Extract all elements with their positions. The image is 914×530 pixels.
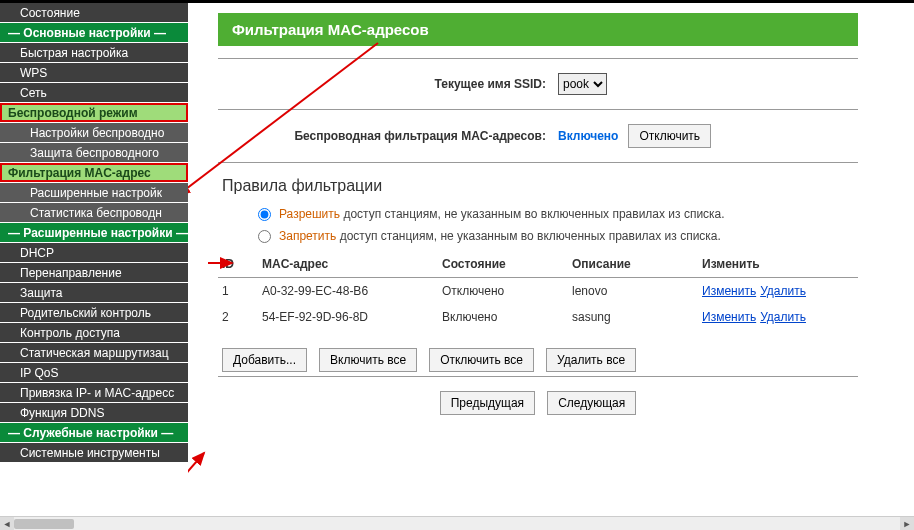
prev-page-button[interactable]: Предыдущая — [440, 391, 535, 415]
sidebar-item-6[interactable]: Настройки беспроводно — [0, 123, 188, 143]
sidebar-item-0[interactable]: Состояние — [0, 3, 188, 23]
main-content: Фильтрация MAC-адресов Текущее имя SSID:… — [188, 3, 914, 530]
sidebar-item-19[interactable]: Привязка IP- и MAC-адресс — [0, 383, 188, 403]
delete-all-button[interactable]: Удалить все — [546, 348, 636, 372]
sidebar-item-13[interactable]: Перенаправление — [0, 263, 188, 283]
scroll-right-icon[interactable]: ► — [900, 517, 914, 530]
sidebar-item-2[interactable]: Быстрая настройка — [0, 43, 188, 63]
cell-desc: lenovo — [568, 278, 698, 305]
sidebar-item-3[interactable]: WPS — [0, 63, 188, 83]
sidebar-item-15[interactable]: Родительский контроль — [0, 303, 188, 323]
delete-link[interactable]: Удалить — [760, 310, 806, 324]
cell-mac: A0-32-99-EC-48-B6 — [258, 278, 438, 305]
page-title: Фильтрация MAC-адресов — [218, 13, 858, 46]
cell-id: 1 — [218, 278, 258, 305]
sidebar-item-4[interactable]: Сеть — [0, 83, 188, 103]
edit-link[interactable]: Изменить — [702, 284, 756, 298]
col-modify: Изменить — [698, 251, 858, 278]
sidebar-item-7[interactable]: Защита беспроводного — [0, 143, 188, 163]
sidebar-item-18[interactable]: IP QoS — [0, 363, 188, 383]
cell-mac: 54-EF-92-9D-96-8D — [258, 304, 438, 330]
sidebar-item-9[interactable]: Расширенные настройк — [0, 183, 188, 203]
sidebar-item-16[interactable]: Контроль доступа — [0, 323, 188, 343]
cell-state: Отключено — [438, 278, 568, 305]
next-page-button[interactable]: Следующая — [547, 391, 636, 415]
col-id: ID — [218, 251, 258, 278]
rule-allow[interactable]: Разрешить доступ станциям, не указанным … — [258, 207, 914, 221]
rules-heading: Правила фильтрации — [222, 177, 914, 195]
sidebar-item-20[interactable]: Функция DDNS — [0, 403, 188, 423]
scroll-thumb[interactable] — [14, 519, 74, 529]
sidebar-item-11[interactable]: Расширенные настройки — [0, 223, 188, 243]
enable-all-button[interactable]: Включить все — [319, 348, 417, 372]
cell-desc: sasung — [568, 304, 698, 330]
sidebar-item-21[interactable]: Служебные настройки — [0, 423, 188, 443]
sidebar-item-12[interactable]: DHCP — [0, 243, 188, 263]
toggle-filter-button[interactable]: Отключить — [628, 124, 711, 148]
ssid-label: Текущее имя SSID: — [218, 77, 558, 91]
col-desc: Описание — [568, 251, 698, 278]
rule-allow-radio[interactable] — [258, 208, 271, 221]
scroll-left-icon[interactable]: ◄ — [0, 517, 14, 530]
col-mac: MAC-адрес — [258, 251, 438, 278]
table-row: 1A0-32-99-EC-48-B6ОтключеноlenovoИзменит… — [218, 278, 858, 305]
cell-id: 2 — [218, 304, 258, 330]
disable-all-button[interactable]: Отключить все — [429, 348, 534, 372]
delete-link[interactable]: Удалить — [760, 284, 806, 298]
cell-state: Включено — [438, 304, 568, 330]
sidebar-item-22[interactable]: Системные инструменты — [0, 443, 188, 463]
mac-filter-state: Включено — [558, 129, 618, 143]
ssid-select[interactable]: pook — [558, 73, 607, 95]
sidebar-item-5[interactable]: Беспроводной режим — [0, 103, 188, 123]
sidebar-item-8[interactable]: Фильтрация MAC-адрес — [0, 163, 188, 183]
sidebar-item-1[interactable]: Основные настройки — [0, 23, 188, 43]
mac-filter-label: Беспроводная фильтрация MAC-адресов: — [218, 129, 558, 143]
edit-link[interactable]: Изменить — [702, 310, 756, 324]
svg-line-0 — [188, 43, 378, 195]
sidebar-item-10[interactable]: Статистика беспроводн — [0, 203, 188, 223]
sidebar-item-17[interactable]: Статическая маршрутизац — [0, 343, 188, 363]
sidebar: СостояниеОсновные настройкиБыстрая настр… — [0, 3, 188, 530]
add-button[interactable]: Добавить... — [222, 348, 307, 372]
horizontal-scrollbar[interactable]: ◄ ► — [0, 516, 914, 530]
rule-deny[interactable]: Запретить доступ станциям, не указанным … — [258, 229, 914, 243]
rules-table: ID MAC-адрес Состояние Описание Изменить… — [218, 251, 858, 330]
rule-deny-radio[interactable] — [258, 230, 271, 243]
col-state: Состояние — [438, 251, 568, 278]
table-row: 254-EF-92-9D-96-8DВключеноsasungИзменить… — [218, 304, 858, 330]
svg-line-2 — [188, 453, 204, 478]
sidebar-item-14[interactable]: Защита — [0, 283, 188, 303]
